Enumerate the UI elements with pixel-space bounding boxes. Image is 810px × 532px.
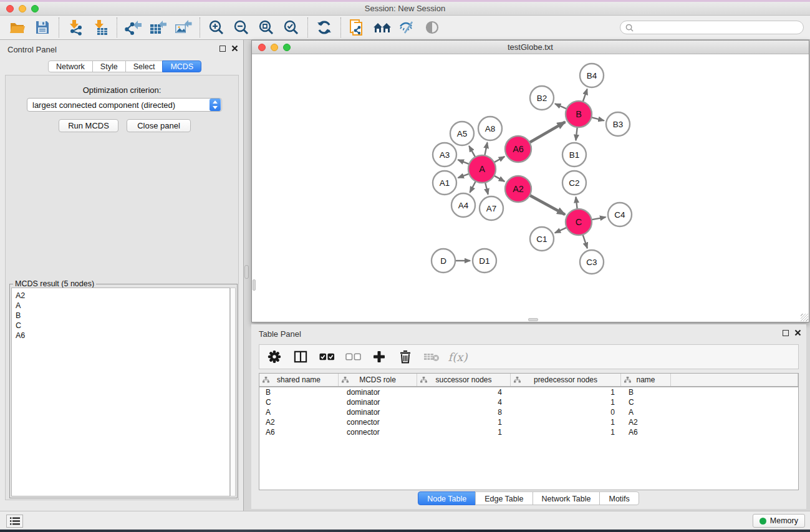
table-row[interactable]: Cdominator41C bbox=[259, 397, 798, 407]
edge-A-A7[interactable] bbox=[485, 181, 488, 194]
criterion-dropdown[interactable]: largest connected component (directed) bbox=[27, 98, 222, 112]
open-session-button[interactable] bbox=[5, 17, 30, 38]
search-field[interactable] bbox=[620, 21, 804, 34]
cell[interactable]: A6 bbox=[259, 427, 339, 437]
edge-B-B1[interactable] bbox=[576, 126, 577, 140]
zoom-selected-button[interactable] bbox=[279, 17, 304, 38]
window-resize-grip[interactable] bbox=[801, 314, 808, 321]
select-all-rows-button[interactable] bbox=[318, 347, 335, 366]
show-all-button[interactable] bbox=[420, 17, 445, 38]
result-item[interactable]: A6 bbox=[16, 331, 229, 341]
cell[interactable]: 1 bbox=[511, 427, 621, 437]
deselect-all-rows-button[interactable] bbox=[344, 347, 362, 366]
float-panel-icon[interactable] bbox=[219, 46, 226, 52]
tab-mcds[interactable]: MCDS bbox=[162, 60, 201, 72]
export-table-button[interactable] bbox=[146, 17, 171, 38]
edge-A2-C[interactable] bbox=[529, 195, 565, 215]
edge-B-B2[interactable] bbox=[555, 104, 568, 109]
graph-node-A[interactable]: A bbox=[468, 155, 496, 183]
cell[interactable]: dominator bbox=[339, 387, 417, 397]
graph-node-B[interactable]: B bbox=[566, 101, 592, 127]
graph-node-B4[interactable]: B4 bbox=[580, 64, 604, 87]
tab-edge-table[interactable]: Edge Table bbox=[475, 491, 533, 505]
cell[interactable]: A6 bbox=[621, 427, 671, 437]
cell[interactable]: 1 bbox=[511, 417, 621, 427]
edge-A-A4[interactable] bbox=[470, 180, 476, 193]
apply-layout-button[interactable] bbox=[312, 17, 337, 38]
zoom-fit-button[interactable] bbox=[254, 17, 279, 38]
graph-node-A4[interactable]: A4 bbox=[451, 193, 475, 217]
tab-style[interactable]: Style bbox=[92, 60, 126, 72]
task-history-button[interactable] bbox=[6, 515, 23, 528]
search-input[interactable] bbox=[636, 23, 803, 32]
table-body[interactable]: Bdominator41BCdominator41CAdominator80AA… bbox=[259, 387, 798, 437]
result-item[interactable]: A bbox=[16, 301, 229, 311]
table-row[interactable]: Bdominator41B bbox=[259, 387, 798, 397]
cell[interactable]: 1 bbox=[417, 427, 511, 437]
table-header-row[interactable]: shared nameMCDS rolesuccessor nodesprede… bbox=[259, 374, 798, 387]
result-item[interactable]: A2 bbox=[16, 291, 229, 301]
cell[interactable]: C bbox=[621, 397, 671, 407]
graph-node-A2[interactable]: A2 bbox=[505, 176, 531, 202]
edge-A6-B[interactable] bbox=[528, 122, 565, 143]
network-graph[interactable]: AA6A2BCA5A8A3A1A4A7B4B2B3B1C2C4C1C3DD1 bbox=[252, 54, 809, 322]
edge-A-A8[interactable] bbox=[485, 143, 488, 157]
graph-node-C2[interactable]: C2 bbox=[562, 171, 586, 195]
result-list-scrollbar[interactable] bbox=[230, 288, 236, 496]
graph-node-B3[interactable]: B3 bbox=[606, 112, 630, 136]
zoom-in-button[interactable] bbox=[204, 17, 229, 38]
control-panel-scrollbar-thumb[interactable] bbox=[244, 265, 249, 279]
close-panel-icon[interactable] bbox=[794, 329, 801, 336]
column-header-successor-nodes[interactable]: successor nodes bbox=[417, 374, 511, 386]
cell[interactable]: dominator bbox=[339, 407, 417, 417]
node-table[interactable]: shared nameMCDS rolesuccessor nodesprede… bbox=[259, 373, 799, 490]
edge-C-C4[interactable] bbox=[591, 217, 606, 220]
graph-node-D1[interactable]: D1 bbox=[473, 249, 496, 273]
edge-C-C3[interactable] bbox=[582, 233, 587, 248]
mcds-result-list[interactable]: A2ABCA6 bbox=[11, 288, 230, 496]
cell[interactable]: 1 bbox=[417, 417, 511, 427]
tab-motifs[interactable]: Motifs bbox=[599, 491, 639, 505]
graph-node-A8[interactable]: A8 bbox=[478, 117, 502, 140]
column-header-MCDS-role[interactable]: MCDS role bbox=[339, 374, 417, 386]
cell[interactable]: A bbox=[621, 407, 671, 417]
close-panel-button[interactable]: Close panel bbox=[127, 119, 191, 132]
result-item[interactable]: B bbox=[16, 311, 229, 321]
add-column-button[interactable] bbox=[370, 347, 388, 366]
network-canvas[interactable]: AA6A2BCA5A8A3A1A4A7B4B2B3B1C2C4C1C3DD1 bbox=[252, 54, 809, 322]
cell[interactable]: 8 bbox=[417, 407, 511, 417]
tab-select[interactable]: Select bbox=[125, 60, 163, 72]
run-mcds-button[interactable]: Run MCDS bbox=[59, 119, 118, 132]
function-builder-button[interactable]: f(x) bbox=[449, 347, 466, 366]
delete-column-button[interactable] bbox=[397, 347, 414, 366]
cell[interactable]: 0 bbox=[511, 407, 621, 417]
table-row[interactable]: A2connector11A2 bbox=[259, 417, 798, 427]
network-window-titlebar[interactable]: testGlobe.txt bbox=[252, 41, 809, 54]
first-neighbors-button[interactable] bbox=[370, 17, 395, 38]
tab-network[interactable]: Network bbox=[48, 60, 93, 72]
network-hscroll-thumb[interactable] bbox=[528, 318, 538, 321]
column-header-name[interactable]: name bbox=[621, 374, 671, 386]
hide-selected-button[interactable] bbox=[395, 17, 420, 38]
cell[interactable]: A2 bbox=[621, 417, 671, 427]
graph-node-B2[interactable]: B2 bbox=[530, 86, 554, 110]
table-row[interactable]: A6connector11A6 bbox=[259, 427, 798, 437]
graph-node-B1[interactable]: B1 bbox=[562, 143, 586, 167]
graph-node-C[interactable]: C bbox=[566, 209, 592, 235]
result-item[interactable]: C bbox=[16, 321, 229, 331]
edge-A-A5[interactable] bbox=[469, 146, 476, 158]
graph-node-A6[interactable]: A6 bbox=[505, 136, 531, 162]
graph-node-A7[interactable]: A7 bbox=[480, 196, 503, 220]
memory-button[interactable]: Memory bbox=[753, 514, 805, 528]
close-panel-icon[interactable] bbox=[231, 45, 238, 52]
cell[interactable]: B bbox=[621, 387, 671, 397]
edge-C-C2[interactable] bbox=[576, 197, 577, 210]
cell[interactable]: connector bbox=[339, 427, 417, 437]
graph-node-C4[interactable]: C4 bbox=[608, 203, 632, 226]
graph-node-A5[interactable]: A5 bbox=[450, 122, 474, 145]
edge-B-B3[interactable] bbox=[590, 117, 604, 121]
graph-node-D[interactable]: D bbox=[432, 249, 455, 273]
graph-node-C1[interactable]: C1 bbox=[530, 227, 554, 251]
new-network-from-selection-button[interactable] bbox=[345, 17, 370, 38]
graph-node-A3[interactable]: A3 bbox=[433, 143, 456, 167]
